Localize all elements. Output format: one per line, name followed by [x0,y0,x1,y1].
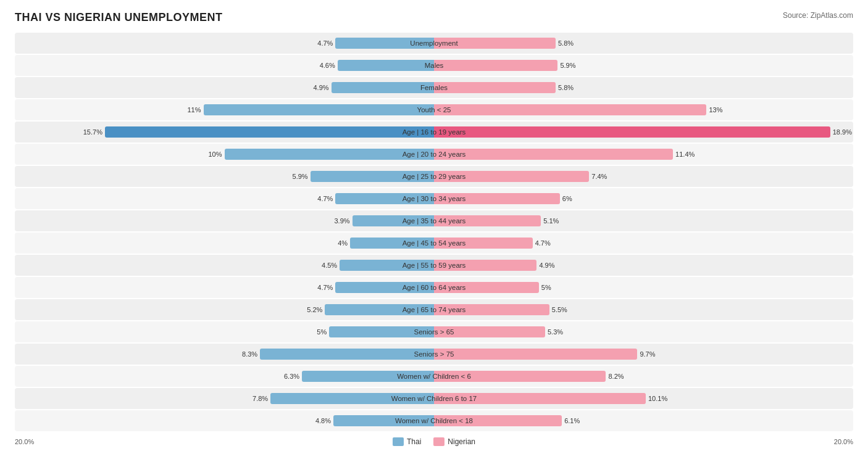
bar-value-right: 6% [562,195,572,202]
bar-left [311,171,434,182]
bar-row: Age | 16 to 19 years15.7%18.9% [15,122,853,143]
bar-right [434,171,589,182]
bar-row: Age | 20 to 24 years10%11.4% [15,144,853,165]
bar-value-left: 4.5% [322,262,337,269]
legend-label-thai: Thai [407,437,421,446]
bar-value-left: 4.6% [320,62,335,69]
bar-right [434,282,539,293]
bar-value-left: 3.9% [334,217,349,225]
chart-title: THAI VS NIGERIAN UNEMPLOYMENT [15,11,223,24]
bar-value-right: 4.9% [539,262,554,269]
bar-left [325,304,434,315]
bar-right [434,238,533,249]
bar-value-right: 5% [541,284,551,291]
bar-row: Males4.6%5.9% [15,55,853,76]
bar-left [302,371,434,382]
bar-row: Females4.9%5.8% [15,77,853,98]
bar-right [434,393,646,404]
bar-row: Age | 35 to 44 years3.9%5.1% [15,210,853,231]
bar-right [434,126,830,138]
bar-row: Age | 25 to 29 years5.9%7.4% [15,166,853,187]
bar-right [434,349,637,360]
bar-right [434,149,673,160]
bar-left [350,238,434,249]
bar-right [434,371,606,382]
legend-box-thai [393,437,404,446]
bar-right [434,193,560,204]
legend-item-thai: Thai [393,437,421,446]
bar-left [340,260,434,271]
bar-value-left: 11% [187,106,201,114]
legend-item-nigerian: Nigerian [433,437,475,446]
chart-footer: 20.0% Thai Nigerian 20.0% [15,437,853,446]
legend-label-nigerian: Nigerian [448,437,475,446]
bar-value-right: 6.1% [564,417,580,424]
bar-row: Age | 55 to 59 years4.5%4.9% [15,255,853,276]
bar-value-right: 5.3% [548,328,563,336]
bar-right [434,38,556,49]
bar-row: Age | 30 to 34 years4.7%6% [15,188,853,209]
chart-header: THAI VS NIGERIAN UNEMPLOYMENT Source: Zi… [15,11,853,24]
bar-right [434,104,706,115]
bar-value-right: 8.2% [608,373,624,380]
bar-left [333,415,434,426]
bar-value-right: 5.8% [558,84,574,91]
bar-value-right: 9.7% [640,350,655,358]
bar-right [434,215,541,226]
bar-value-right: 5.1% [543,217,559,225]
bar-value-left: 5% [317,328,327,336]
legend-box-nigerian [433,437,444,446]
bar-value-right: 11.4% [675,151,695,158]
right-axis-label: 20.0% [834,438,853,445]
bar-value-right: 18.9% [833,128,852,136]
bar-left [353,215,434,226]
bar-value-right: 7.4% [591,173,607,180]
bar-value-left: 4.7% [317,39,333,47]
bar-value-left: 4.9% [314,84,329,91]
bar-value-left: 7.8% [252,395,268,402]
bar-row: Age | 60 to 64 years4.7%5% [15,277,853,298]
bar-value-right: 4.7% [535,239,551,247]
legend: Thai Nigerian [393,437,475,446]
bar-value-left: 10% [208,151,222,158]
bar-right [434,304,549,315]
bar-left [332,82,434,93]
bar-value-left: 4.7% [317,284,333,291]
bar-row: Seniors > 758.3%9.7% [15,344,853,365]
bar-row: Women w/ Children < 66.3%8.2% [15,366,853,387]
bar-row: Women w/ Children < 184.8%6.1% [15,410,853,431]
bar-right [434,60,557,71]
left-axis-label: 20.0% [15,438,34,445]
bar-left [270,393,434,404]
bar-left [335,193,434,204]
bar-value-right: 5.8% [558,39,574,47]
bar-right [434,260,536,271]
bar-row: Women w/ Children 6 to 177.8%10.1% [15,388,853,409]
bar-value-left: 4% [338,239,348,247]
bar-left [105,126,434,138]
chart-body: Unemployment4.7%5.8%Males4.6%5.9%Females… [15,33,853,431]
bar-row: Age | 45 to 54 years4%4.7% [15,233,853,254]
chart-source: Source: ZipAtlas.com [783,11,853,20]
bar-row: Unemployment4.7%5.8% [15,33,853,54]
chart-container: THAI VS NIGERIAN UNEMPLOYMENT Source: Zi… [0,0,868,465]
bar-value-left: 6.3% [284,373,299,380]
bar-row: Youth < 2511%13% [15,99,853,120]
bar-left [335,38,434,49]
bar-row: Age | 65 to 74 years5.2%5.5% [15,299,853,320]
bar-value-left: 4.8% [315,417,331,424]
bar-right [434,415,562,426]
bar-value-left: 5.2% [307,306,322,313]
bar-value-left: 15.7% [83,128,102,136]
bar-left [225,149,435,160]
bar-value-right: 5.9% [560,62,575,69]
bar-left [204,104,434,115]
bar-right [434,326,545,337]
bar-value-left: 4.7% [317,195,333,202]
bar-value-right: 13% [709,106,722,114]
bar-left [335,282,434,293]
bar-right [434,82,556,93]
bar-left [329,326,434,337]
bar-value-left: 5.9% [293,173,308,180]
bar-left [260,349,434,360]
